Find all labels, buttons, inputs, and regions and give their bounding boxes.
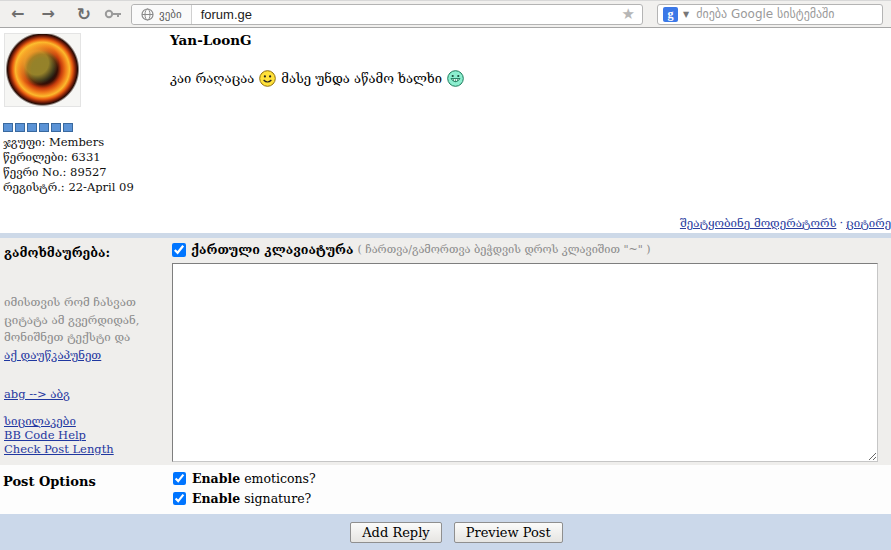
user-info: ჯგუფი: Members წერილები: 6331 წევრი No.:… — [3, 135, 134, 195]
user-registered: რეგისტრ.: 22-April 09 — [3, 180, 134, 195]
user-group: ჯგუფი: Members — [3, 135, 134, 150]
identity-label: ვები — [159, 8, 182, 21]
signature-label: signature? — [244, 491, 311, 506]
url-text[interactable]: forum.ge — [192, 7, 622, 22]
reply-label: გამოხმაურება: — [4, 245, 110, 260]
key-icon[interactable] — [104, 8, 122, 20]
add-reply-button[interactable]: Add Reply — [350, 522, 441, 543]
quote-help-text: იმისთვის რომ ჩასვათ ციტატა ამ გვერდიდან,… — [4, 294, 164, 364]
rank-pip — [63, 123, 73, 132]
back-icon[interactable]: ← — [11, 6, 24, 22]
georgian-keyboard-note: ( ჩართვა/გამორთვა ბეჭდვის დროს კლავიშით … — [357, 243, 650, 256]
quote-help-link[interactable]: აქ დაუწკაპუნეთ — [4, 348, 101, 362]
rank-pip — [51, 123, 61, 132]
georgian-keyboard-checkbox[interactable] — [172, 243, 186, 257]
forward-icon[interactable]: → — [41, 6, 54, 22]
reply-form-section: გამოხმაურება: იმისთვის რომ ჩასვათ ციტატა… — [0, 238, 891, 465]
search-bar[interactable]: g ▼ ძიება Google სისტემაში — [657, 4, 883, 25]
georgian-keyboard-row[interactable]: ქართული კლავიატურა ( ჩართვა/გამორთვა ბეჭ… — [172, 242, 651, 257]
post-options-section: Post Options Enable emoticons? Enable si… — [0, 465, 891, 514]
rank-pip — [15, 123, 25, 132]
forum-page: ← → ↻ ვები forum.ge ★ g ▼ ძიება Google ს… — [0, 0, 891, 550]
bookmark-star-icon[interactable]: ★ — [622, 5, 635, 23]
bbcode-help-link[interactable]: BB Code Help — [4, 428, 86, 442]
enable-label: Enable — [192, 471, 240, 486]
enable-signature-checkbox[interactable] — [173, 492, 186, 505]
enable-emoticons-row[interactable]: Enable emoticons? — [173, 471, 316, 486]
search-placeholder: ძიება Google სისტემაში — [696, 7, 834, 21]
enable-signature-row[interactable]: Enable signature? — [173, 491, 311, 506]
abg-converter-link[interactable]: abg --> აბგ — [4, 387, 70, 401]
smile-emoticon-icon — [259, 70, 276, 87]
rank-pips — [3, 123, 73, 132]
post-text-1: კაი რაღაცაა — [170, 71, 254, 86]
check-post-length-link[interactable]: Check Post Length — [4, 442, 114, 456]
preview-post-button[interactable]: Preview Post — [454, 522, 563, 543]
post-options-title: Post Options — [3, 474, 96, 489]
emoticons-label: emoticons? — [244, 471, 316, 486]
google-logo-icon[interactable]: g — [663, 7, 678, 22]
browser-toolbar: ← → ↻ ვები forum.ge ★ g ▼ ძიება Google ს… — [0, 0, 891, 28]
link-separator: · — [839, 216, 843, 230]
user-posts: წერილები: 6331 — [3, 150, 134, 165]
georgian-keyboard-label: ქართული კლავიატურა — [191, 242, 353, 257]
post-action-links: შეატყობინე მოდერატორს·ციტირება — [680, 216, 891, 230]
post-text-2: მასე უნდა აწამო ხალხი — [281, 71, 442, 86]
rank-pip — [39, 123, 49, 132]
post-section: ჯგუფი: Members წერილები: 6331 წევრი No.:… — [0, 29, 891, 233]
post-author: Yan-LoonG — [170, 32, 252, 48]
rank-pip — [3, 123, 13, 132]
reload-icon[interactable]: ↻ — [77, 6, 91, 23]
avatar — [4, 33, 81, 107]
post-body: კაი რაღაცაა მასე უნდა აწამო ხალხი — [170, 70, 464, 87]
rank-pip — [27, 123, 37, 132]
quote-link[interactable]: ციტირება — [846, 216, 891, 230]
report-moderator-link[interactable]: შეატყობინე მოდერატორს — [680, 216, 836, 230]
biggrin-emoticon-icon — [447, 70, 464, 87]
quote-help-body: იმისთვის რომ ჩასვათ ციტატა ამ გვერდიდან,… — [4, 295, 139, 344]
submit-bar: Add Reply Preview Post — [0, 514, 891, 550]
site-identity-box[interactable]: ვები — [132, 5, 192, 24]
reply-textarea[interactable] — [172, 263, 878, 462]
enable-emoticons-checkbox[interactable] — [173, 472, 186, 485]
globe-icon — [141, 8, 154, 21]
url-bar[interactable]: ვები forum.ge ★ — [131, 4, 643, 25]
user-member-no: წევრი No.: 89527 — [3, 165, 134, 180]
enable-label: Enable — [192, 491, 240, 506]
search-engine-dropdown-icon[interactable]: ▼ — [683, 10, 689, 19]
smilies-link[interactable]: სიცილაკები — [4, 414, 76, 428]
